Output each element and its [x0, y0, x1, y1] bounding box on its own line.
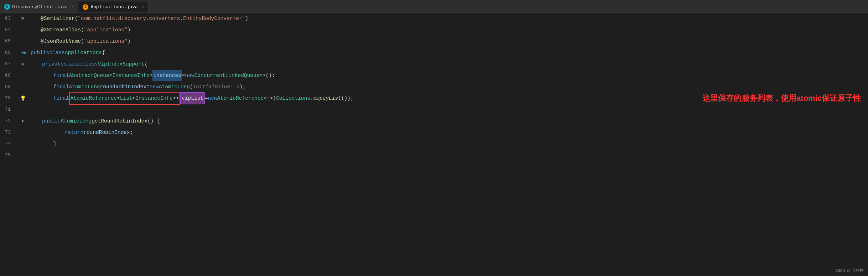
viplist-highlight: vipList	[180, 92, 205, 104]
code-area: 63 64 65 66 67 68 69 70 71 72 73 74 75 ●	[0, 13, 868, 161]
chinese-annotation-70: 这里保存的服务列表，使用atomic保证原子性	[702, 93, 861, 104]
code-line-74: }	[28, 138, 868, 150]
line-gutter: ● 💡	[18, 13, 28, 161]
code-line-69: final AtomicLong roundRobinIndex = new A…	[28, 81, 868, 93]
code-line-66: public class Applications {	[28, 47, 868, 58]
code-line-72: public AtomicLong getRoundRobinIndex() {	[28, 115, 868, 127]
fold-arrow-67[interactable]	[22, 62, 24, 66]
line-numbers: 63 64 65 66 67 68 69 70 71 72 73 74 75	[0, 13, 18, 161]
code-line-70: finalAtomicReference<List<InstanceInfo>>…	[28, 93, 868, 104]
code-line-65: @JsonRootName("applications")	[28, 36, 868, 47]
tab-icon-2: C	[83, 4, 88, 10]
instances-highlight: instances	[152, 70, 182, 81]
tab-bar: C DiscoveryClient.java × C Applications.…	[0, 0, 868, 13]
box-red-atomicreference: AtomicReference<List<InstanceInfo>>	[69, 92, 181, 105]
tab-icon-1: C	[4, 4, 10, 10]
tab-close-2[interactable]: ×	[141, 5, 144, 10]
code-line-75	[28, 150, 868, 161]
bookmark-icon-66: ●	[24, 50, 26, 56]
tab-discoveryclient[interactable]: C DiscoveryClient.java ×	[0, 1, 78, 12]
tab-label-1: DiscoveryClient.java	[12, 4, 68, 10]
tab-applications[interactable]: C Applications.java ×	[78, 1, 149, 12]
tab-label-2: Applications.java	[90, 4, 138, 10]
editor-container: 63 64 65 66 67 68 69 70 71 72 73 74 75 ●	[0, 13, 868, 161]
code-lines: @Serializer("com.netflix.discovery.conve…	[28, 13, 868, 161]
code-line-64: @XStreamAlias("applications")	[28, 24, 868, 36]
code-line-67: private static class VipIndexSupport {	[28, 58, 868, 70]
bulb-icon-70[interactable]: 💡	[20, 95, 26, 101]
fold-arrow-72[interactable]	[22, 119, 24, 123]
code-line-68: final AbstractQueue<InstanceInfo> instan…	[28, 70, 868, 81]
fold-arrow-63[interactable]	[21, 17, 25, 20]
code-line-63: @Serializer("com.netflix.discovery.conve…	[28, 13, 868, 24]
code-line-73: return roundRobinIndex;	[28, 127, 868, 138]
tab-close-1[interactable]: ×	[71, 4, 74, 9]
code-line-71	[28, 104, 868, 115]
